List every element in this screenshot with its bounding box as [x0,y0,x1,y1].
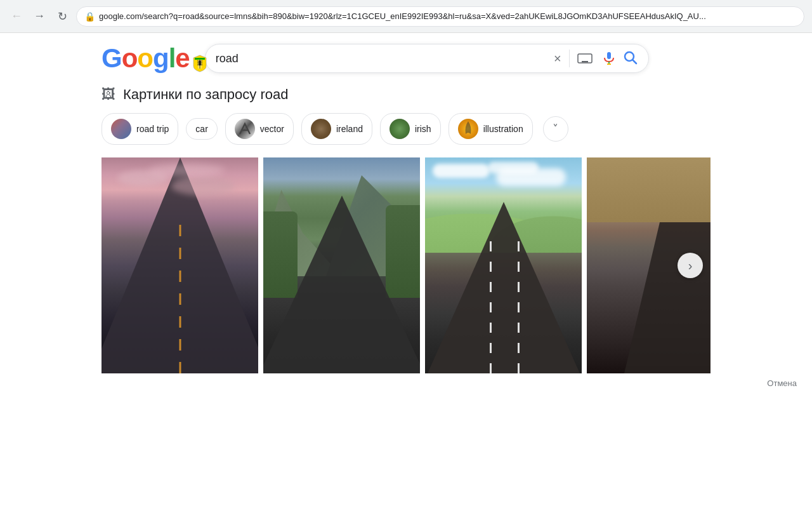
chip-ireland[interactable]: ireland [301,113,372,145]
svg-rect-0 [195,58,205,60]
logo-e: e [175,43,189,74]
back-button[interactable]: ← [8,8,25,25]
logo-l: l [169,43,176,74]
browser-chrome: ← → ↻ 🔒 google.com/search?q=road&source=… [0,0,812,33]
image-cell-3[interactable] [425,157,582,373]
chip-label-vector: vector [260,124,284,134]
vector-chip-svg [235,119,255,139]
clear-search-button[interactable]: × [551,49,564,69]
chip-thumb-road-trip [111,119,131,139]
search-bar: × [205,44,649,73]
ferrari-shield-icon [192,55,207,72]
chip-road-trip[interactable]: road trip [102,113,178,145]
chip-label-road-trip: road trip [136,124,169,134]
mic-icon [601,51,617,66]
chip-label-illustration: illustration [483,124,523,134]
search-icon [623,50,638,65]
road-image-3 [425,157,582,373]
svg-line-17 [632,60,636,64]
results-image-icon: 🖼 [102,86,115,103]
forward-button[interactable]: → [30,8,48,25]
url-text: google.com/search?q=road&source=lmns&bih… [99,11,706,21]
next-images-button[interactable]: › [678,253,703,278]
chip-thumb-vector [235,119,255,139]
results-heading: Картинки по запросу road [123,86,288,103]
keyboard-icon-button[interactable] [575,48,595,69]
chip-thumb-illustration [458,119,478,139]
keyboard-icon [577,53,593,64]
chip-label-car: car [195,124,207,134]
logo-g: G [102,43,122,74]
logo-o1: o [122,43,138,74]
chip-car[interactable]: car [186,118,217,140]
lock-icon: 🔒 [84,11,95,22]
road-image-2 [263,157,420,373]
image-cell-4[interactable]: › [587,157,710,373]
svg-rect-13 [607,52,611,59]
illustration-chip-svg [458,119,478,139]
chip-thumb-irish [390,119,410,139]
google-logo[interactable]: Google [102,43,190,74]
road-image-1 [102,157,258,373]
results-header: 🖼 Картинки по запросу road [0,79,812,113]
image-cell-2[interactable] [263,157,420,373]
google-header: Google × [0,33,812,79]
chip-vector[interactable]: vector [225,113,294,145]
more-chips-button[interactable]: ˅ [543,116,568,142]
chip-label-ireland: ireland [336,124,363,134]
logo-g2: g [153,43,169,74]
chevron-down-icon: ˅ [553,122,558,136]
search-input[interactable] [216,52,551,65]
image-grid: › [0,157,812,373]
chip-irish[interactable]: irish [380,113,441,145]
image-cell-1[interactable] [102,157,258,373]
chevron-right-icon: › [688,258,693,273]
logo-o2: o [137,43,153,74]
footer-hint: Отмена [0,373,812,393]
chip-illustration[interactable]: illustration [449,113,533,145]
chip-thumb-ireland [311,119,331,139]
filter-chips-row: road trip car vector ireland irish illus… [0,113,812,157]
reload-button[interactable]: ↻ [53,8,71,25]
address-bar[interactable]: 🔒 google.com/search?q=road&source=lmns&b… [76,6,804,27]
search-button[interactable] [623,50,638,67]
mic-button[interactable] [598,47,620,70]
search-divider [569,50,570,67]
chip-label-irish: irish [415,124,431,134]
footer-text: Отмена [767,378,797,388]
